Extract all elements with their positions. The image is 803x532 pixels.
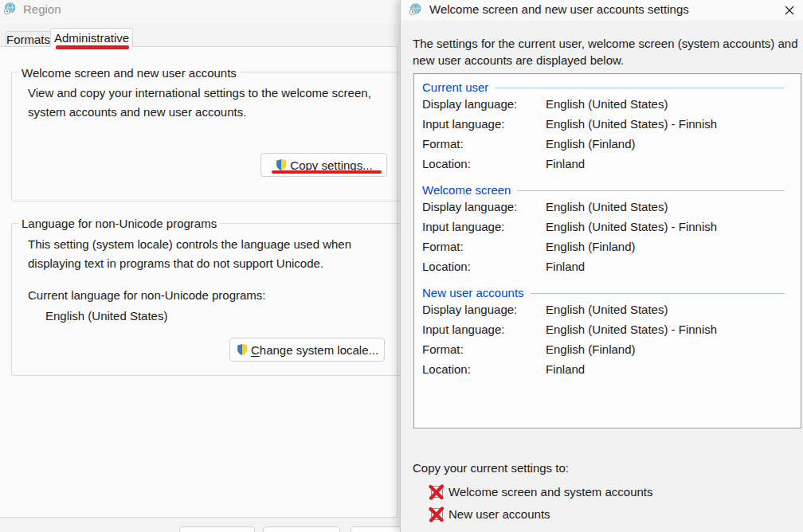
tab-formats-label: Formats	[6, 33, 50, 46]
setting-label: Location:	[422, 260, 546, 273]
non-unicode-groupbox-title: Language for non-Unicode programs	[18, 217, 220, 230]
tab-administrative[interactable]: Administrative	[50, 28, 133, 47]
red-underline-annotation-administrative	[56, 45, 129, 49]
settings-dialog-title: Welcome screen and new user accounts set…	[429, 2, 689, 16]
setting-row: Format: English (Finland)	[422, 339, 785, 359]
region-titlebar: Region	[0, 0, 400, 24]
setting-label: Display language:	[422, 303, 546, 316]
setting-value: English (United States)	[546, 303, 668, 316]
setting-label: Display language:	[422, 97, 546, 111]
setting-row: Display language: English (United States…	[422, 197, 785, 217]
section-header: Welcome screen	[422, 182, 785, 197]
change-system-locale-button-label: Change system locale...	[251, 343, 378, 357]
current-language-value: English (United States)	[45, 309, 167, 323]
non-unicode-groupbox-description: This setting (system locale) controls th…	[28, 235, 351, 273]
intro-line-1: The settings for the current user, welco…	[413, 35, 798, 52]
close-button[interactable]	[778, 1, 801, 20]
label-post: py settings...	[305, 158, 372, 172]
section-rule	[517, 190, 785, 191]
welcome-screen-groupbox-description: View and copy your international setting…	[28, 84, 371, 122]
footer-button-1-partial[interactable]	[179, 526, 255, 532]
checkbox-row-welcome-screen[interactable]: Welcome screen and system accounts	[431, 484, 653, 499]
section-new-user-accounts: New user accounts Display language: Engl…	[422, 285, 785, 379]
checkbox-label: New user accounts	[449, 507, 550, 521]
checkbox-row-new-user-accounts[interactable]: New user accounts	[431, 507, 550, 521]
setting-label: Input language:	[422, 323, 546, 336]
description-line-1: View and copy your international setting…	[28, 84, 371, 103]
setting-row: Input language: English (United States) …	[422, 114, 785, 134]
settings-summary-box: Current user Display language: English (…	[413, 73, 801, 428]
uac-shield-icon	[236, 343, 249, 356]
red-x-annotation-icon	[427, 505, 445, 523]
section-title: Welcome screen	[422, 183, 511, 197]
description-line-2: displaying text in programs that do not …	[28, 254, 351, 273]
settings-intro-text: The settings for the current user, welco…	[413, 35, 798, 68]
region-dialog: Region Formats Administrative Welcome sc…	[0, 0, 446, 532]
change-system-locale-button[interactable]: Change system locale...	[229, 338, 385, 362]
red-x-annotation-icon	[427, 483, 445, 501]
copy-settings-prompt: Copy your current settings to:	[413, 461, 569, 475]
setting-label: Location:	[422, 362, 546, 376]
checkbox-new-user-accounts[interactable]	[431, 508, 443, 520]
welcome-screen-groupbox-title: Welcome screen and new user accounts	[18, 66, 240, 80]
footer-button-2-partial[interactable]	[263, 526, 340, 532]
welcome-settings-dialog: Welcome screen and new user accounts set…	[400, 0, 803, 532]
setting-label: Location:	[422, 157, 546, 170]
setting-row: Input language: English (United States) …	[422, 319, 785, 339]
section-title: New user accounts	[422, 286, 524, 299]
current-language-label: Current language for non-Unicode program…	[28, 288, 266, 303]
setting-row: Input language: English (United States) …	[422, 217, 785, 237]
setting-value: English (Finland)	[546, 342, 636, 356]
setting-value: English (Finland)	[546, 240, 636, 253]
copy-settings-button[interactable]: Copy settings...	[260, 153, 387, 177]
section-title: Current user	[422, 80, 488, 94]
description-line-2: system accounts and new user accounts.	[28, 103, 371, 122]
setting-value: English (United States)	[546, 97, 668, 111]
checkbox-label: Welcome screen and system accounts	[449, 485, 653, 499]
setting-value: Finland	[546, 157, 585, 170]
setting-row: Display language: English (United States…	[422, 94, 785, 114]
region-globe-clock-icon	[3, 2, 16, 15]
region-dialog-title: Region	[23, 2, 61, 16]
region-globe-clock-icon	[409, 3, 421, 16]
uac-shield-icon	[275, 158, 288, 171]
section-rule	[495, 88, 785, 88]
setting-value: Finland	[546, 260, 585, 273]
label-pre: C	[290, 158, 299, 172]
intro-line-2: new user accounts are displayed below.	[413, 52, 798, 68]
setting-label: Display language:	[422, 200, 546, 213]
setting-value: English (United States) - Finnish	[546, 220, 717, 233]
setting-value: English (United States) - Finnish	[546, 323, 717, 336]
red-underline-annotation-copy-settings	[272, 170, 382, 174]
tab-formats[interactable]: Formats	[6, 31, 51, 46]
section-current-user: Current user Display language: English (…	[422, 80, 785, 174]
setting-label: Format:	[422, 137, 546, 151]
setting-value: English (United States)	[546, 200, 668, 213]
label-accesskey: C	[251, 343, 260, 357]
section-welcome-screen: Welcome screen Display language: English…	[422, 182, 785, 276]
setting-label: Input language:	[422, 117, 546, 131]
setting-label: Input language:	[422, 220, 546, 233]
setting-value: English (United States) - Finnish	[546, 117, 717, 131]
screenshot-canvas: Region Formats Administrative Welcome sc…	[0, 0, 803, 532]
section-rule	[531, 293, 785, 294]
setting-row: Display language: English (United States…	[422, 299, 785, 319]
setting-row: Location: Finland	[422, 154, 785, 174]
setting-row: Location: Finland	[422, 256, 785, 276]
setting-value: Finland	[546, 362, 585, 376]
copy-settings-button-label: Copy settings...	[290, 158, 372, 172]
setting-label: Format:	[422, 240, 546, 253]
setting-label: Format:	[422, 342, 546, 356]
tab-administrative-label: Administrative	[54, 31, 129, 45]
setting-row: Format: English (Finland)	[422, 134, 785, 154]
label-post: hange system locale...	[260, 343, 378, 357]
section-header: New user accounts	[422, 285, 785, 299]
setting-value: English (Finland)	[546, 137, 636, 151]
setting-row: Location: Finland	[422, 359, 785, 379]
setting-row: Format: English (Finland)	[422, 237, 785, 256]
close-icon	[783, 4, 796, 17]
description-line-1: This setting (system locale) controls th…	[28, 235, 351, 254]
section-header: Current user	[422, 80, 785, 94]
checkbox-welcome-screen-system-accounts[interactable]	[431, 486, 443, 498]
